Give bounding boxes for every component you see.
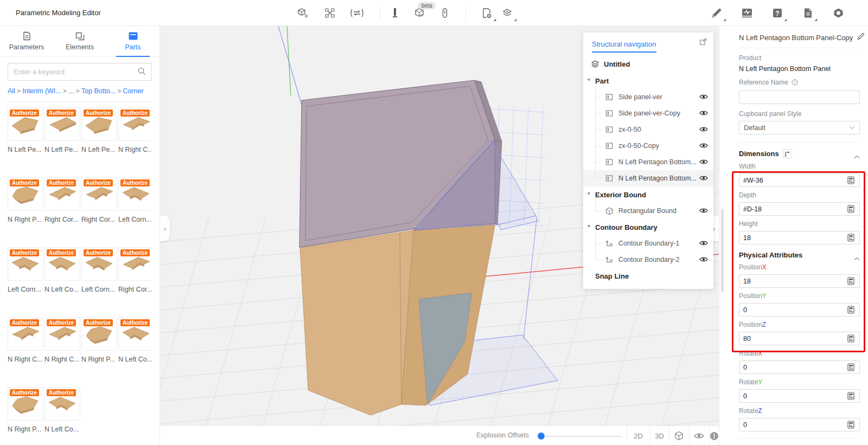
part-thumbnail[interactable]: Authorize [81, 177, 117, 211]
part-thumbnail[interactable]: Authorize [118, 247, 152, 281]
part-card[interactable]: Authorize Right Cor... [118, 247, 152, 308]
cupboard-style-select[interactable]: Default [739, 121, 860, 134]
part-thumbnail[interactable]: Authorize [81, 247, 117, 281]
field-input[interactable] [739, 173, 860, 187]
model-cube-icon[interactable] [296, 6, 310, 20]
node-network-icon[interactable] [323, 6, 337, 20]
visibility-eye-icon[interactable] [699, 240, 708, 247]
calculator-icon[interactable] [847, 421, 856, 429]
breadcrumb-item[interactable]: Corner [123, 87, 143, 95]
calculator-icon[interactable] [847, 306, 856, 314]
tab-parameters[interactable]: Parameters [0, 26, 53, 56]
part-card[interactable]: Authorize N Left Co... [118, 317, 152, 378]
part-thumbnail[interactable]: Authorize [8, 317, 43, 351]
viewport-3d[interactable]: ‹ › Structural navigation Untitled [160, 26, 719, 445]
part-card[interactable]: Authorize N Right P... [81, 317, 117, 378]
visibility-button[interactable] [689, 426, 709, 445]
part-card[interactable]: Authorize N Left Pe... [81, 107, 117, 169]
explosion-slider-track[interactable] [545, 436, 621, 437]
part-thumbnail[interactable]: Authorize [44, 317, 80, 351]
reference-name-input[interactable] [743, 94, 856, 101]
attachment-pin-icon[interactable] [438, 6, 452, 20]
help-circle-icon[interactable]: ? [792, 79, 798, 87]
calculator-icon[interactable] [847, 334, 856, 343]
pillar-icon[interactable] [388, 6, 402, 20]
part-card[interactable]: Authorize N Right P... [8, 387, 43, 445]
tree-row[interactable]: Side panel-ver-Copy [583, 105, 713, 121]
part-thumbnail[interactable]: Authorize [118, 317, 152, 351]
part-thumbnail[interactable]: Authorize [44, 387, 80, 421]
warning-button[interactable] [709, 426, 719, 445]
tree-row[interactable]: zx-0-50 [583, 121, 713, 138]
tree-row[interactable]: Exterior Bound [583, 186, 713, 203]
visibility-eye-icon[interactable] [699, 142, 708, 150]
field-input[interactable] [739, 231, 860, 244]
search-icon[interactable] [137, 67, 146, 78]
swap-horizontal-icon[interactable] [350, 6, 364, 20]
part-card[interactable]: Authorize N Right C... [118, 107, 152, 169]
part-thumbnail[interactable]: Authorize [44, 177, 80, 211]
part-card[interactable]: Authorize N Left Pe... [44, 107, 80, 169]
part-card[interactable]: Authorize Left Corn... [8, 247, 43, 308]
collapse-left-panel-handle[interactable]: ‹ [160, 216, 170, 241]
tree-row[interactable]: Internal Zone [583, 284, 713, 289]
calculator-icon[interactable] [847, 392, 856, 401]
tree-row[interactable]: Part [583, 73, 713, 89]
dimension-flow-icon[interactable] [783, 149, 792, 158]
field-input[interactable] [739, 332, 860, 345]
breadcrumb-item[interactable]: All [8, 87, 15, 95]
part-thumbnail[interactable]: Authorize [118, 107, 152, 141]
tree-row[interactable]: Contour Boundary-1 [583, 235, 713, 251]
visibility-eye-icon[interactable] [699, 256, 708, 263]
tree-row[interactable]: N Left Pentagon Bottom... [583, 154, 713, 170]
popout-icon[interactable] [699, 38, 707, 48]
visibility-eye-icon[interactable] [699, 109, 708, 117]
part-card[interactable]: Authorize N Right C... [8, 317, 43, 378]
calculator-icon[interactable] [847, 277, 856, 286]
part-card[interactable]: Authorize Left Corn... [81, 247, 117, 308]
doc-export-icon[interactable]: ◢ [480, 6, 494, 20]
breadcrumb-item[interactable]: ... [68, 87, 74, 95]
part-card[interactable]: Authorize Left Corn... [118, 177, 152, 238]
part-thumbnail[interactable]: Authorize [81, 107, 117, 141]
field-input[interactable] [739, 389, 860, 403]
visibility-eye-icon[interactable] [699, 158, 708, 166]
breadcrumb-item[interactable]: Top Botto... [81, 87, 116, 95]
tab-parts[interactable]: Parts [106, 26, 159, 56]
tree-row[interactable]: N Left Pentagon Bottom... [583, 170, 713, 186]
help-icon[interactable]: ?◢ [770, 6, 784, 20]
tree-row[interactable]: zx-0-50-Copy [583, 138, 713, 154]
field-input[interactable] [739, 202, 860, 216]
cube-view-button[interactable] [669, 426, 689, 445]
tree-row[interactable]: Untitled [583, 55, 713, 73]
part-card[interactable]: Authorize N Right C... [44, 317, 80, 378]
part-card[interactable]: Authorize N Left Co... [44, 247, 80, 308]
part-thumbnail[interactable]: Authorize [8, 247, 43, 281]
tab-elements[interactable]: Elements [53, 26, 106, 56]
document-icon[interactable]: ◢ [801, 6, 815, 20]
part-thumbnail[interactable]: Authorize [8, 107, 43, 141]
rename-pencil-icon[interactable] [857, 33, 865, 42]
nav-panel-title[interactable]: Structural navigation [592, 40, 656, 53]
field-input[interactable] [739, 418, 860, 431]
pencil-icon[interactable]: ◢ [710, 6, 724, 20]
panel-scrollbar-thumb[interactable] [721, 209, 724, 293]
part-card[interactable]: Authorize N Left Pe... [8, 107, 43, 169]
part-card[interactable]: Authorize Right Cor... [44, 177, 80, 238]
tree-row[interactable]: Contour Boundary [583, 219, 713, 235]
cabinet-left-face[interactable] [300, 230, 413, 415]
collapse-section-icon[interactable] [854, 253, 860, 263]
tree-row[interactable]: Side panel-ver [583, 89, 713, 105]
geo-layers-icon[interactable]: ◢ [500, 6, 514, 20]
collapse-section-icon[interactable] [854, 151, 860, 161]
visibility-eye-icon[interactable] [699, 175, 708, 182]
settings-nut-icon[interactable] [831, 6, 845, 20]
part-card[interactable]: Authorize Right Cor... [81, 177, 117, 238]
part-thumbnail[interactable]: Authorize [118, 177, 152, 211]
part-thumbnail[interactable]: Authorize [44, 247, 80, 281]
field-input[interactable] [739, 360, 860, 374]
breadcrumb-item[interactable]: Interim (WI... [22, 87, 61, 95]
visibility-eye-icon[interactable] [699, 93, 708, 101]
keyword-search[interactable] [8, 63, 152, 81]
mode-2d-button[interactable]: 2D [627, 426, 650, 445]
